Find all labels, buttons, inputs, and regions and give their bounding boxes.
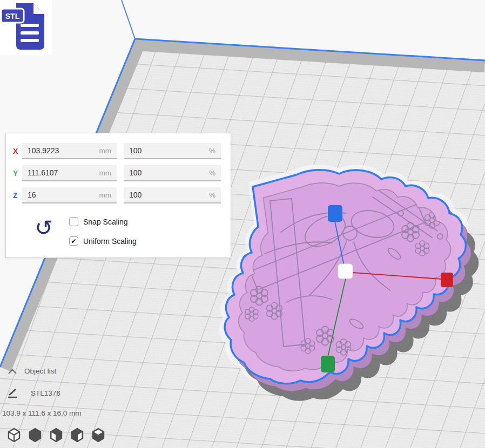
y-size-unit: mm xyxy=(99,169,112,177)
z-size-input[interactable] xyxy=(28,191,96,199)
axis-x-label: X xyxy=(13,147,22,155)
cube-left-face-icon xyxy=(70,427,85,442)
chevron-up-icon xyxy=(8,369,17,374)
cube-front-face-icon xyxy=(49,427,64,442)
z-size-field: mm xyxy=(22,187,117,203)
snap-scaling-row: Snap Scaling xyxy=(69,217,128,226)
pencil-icon xyxy=(6,387,18,399)
uniform-scaling-label: Uniform Scaling xyxy=(83,237,137,246)
scale-row-y: Y mm % xyxy=(13,165,231,181)
stl-file-icon: STL xyxy=(0,0,52,55)
x-size-unit: mm xyxy=(99,147,112,155)
object-list-header[interactable]: Object list xyxy=(2,367,126,375)
view-top-button[interactable] xyxy=(49,427,64,442)
cube-solid-icon xyxy=(28,427,43,442)
snap-scaling-label: Snap Scaling xyxy=(83,218,128,226)
uniform-scaling-checkmark: ✔ xyxy=(71,238,76,245)
scale-panel-footer: ↺ Snap Scaling ✔ Uniform Scaling xyxy=(6,209,231,258)
x-scale-unit: % xyxy=(209,147,215,155)
scale-row-x: X mm % xyxy=(13,143,231,159)
object-name: STL1376 xyxy=(31,389,60,397)
scale-handle-x[interactable] xyxy=(441,273,453,287)
x-size-input[interactable] xyxy=(28,146,96,155)
y-scale-unit: % xyxy=(209,169,215,177)
camera-view-toolbar xyxy=(6,427,106,442)
scale-handle-z[interactable] xyxy=(328,205,342,222)
y-size-input[interactable] xyxy=(28,168,96,177)
y-scale-field: % xyxy=(124,165,221,181)
z-scale-unit: % xyxy=(209,191,215,199)
view-3d-button[interactable] xyxy=(6,427,22,442)
view-front-button[interactable] xyxy=(28,427,43,442)
scale-handle-y[interactable] xyxy=(321,356,335,372)
application-window: STL X mm % Y mm xyxy=(0,0,485,448)
reset-scale-icon[interactable]: ↺ xyxy=(32,216,56,240)
z-scale-input[interactable] xyxy=(129,191,206,199)
scale-row-z: Z mm % xyxy=(13,187,231,203)
y-scale-input[interactable] xyxy=(129,168,206,177)
uniform-scaling-row: ✔ Uniform Scaling xyxy=(69,236,137,246)
y-size-field: mm xyxy=(22,165,117,181)
stl-badge-label: STL xyxy=(5,12,20,21)
x-size-field: mm xyxy=(22,143,117,159)
object-list-panel: Object list STL1376 103.9 x 111.6 x 16.0… xyxy=(2,367,126,417)
cube-top-face-icon xyxy=(91,427,106,442)
x-scale-field: % xyxy=(124,143,221,159)
uniform-scaling-checkbox[interactable]: ✔ xyxy=(69,236,78,246)
z-size-unit: mm xyxy=(99,191,112,199)
z-scale-field: % xyxy=(124,187,221,203)
view-right-button[interactable] xyxy=(91,427,106,442)
stl-document-icon: STL xyxy=(0,0,52,55)
axis-z-label: Z xyxy=(13,191,22,200)
object-list-item[interactable]: STL1376 xyxy=(2,387,126,399)
view-left-button[interactable] xyxy=(70,427,85,442)
scale-tool-panel: X mm % Y mm % xyxy=(5,133,231,258)
axis-y-label: Y xyxy=(13,169,22,178)
x-scale-input[interactable] xyxy=(129,146,206,155)
scale-handle-center[interactable] xyxy=(338,264,353,279)
cube-wireframe-icon xyxy=(6,427,22,442)
object-dimensions: 103.9 x 111.6 x 16.0 mm xyxy=(2,409,126,417)
object-list-title: Object list xyxy=(24,367,56,375)
snap-scaling-checkbox[interactable] xyxy=(69,217,78,226)
